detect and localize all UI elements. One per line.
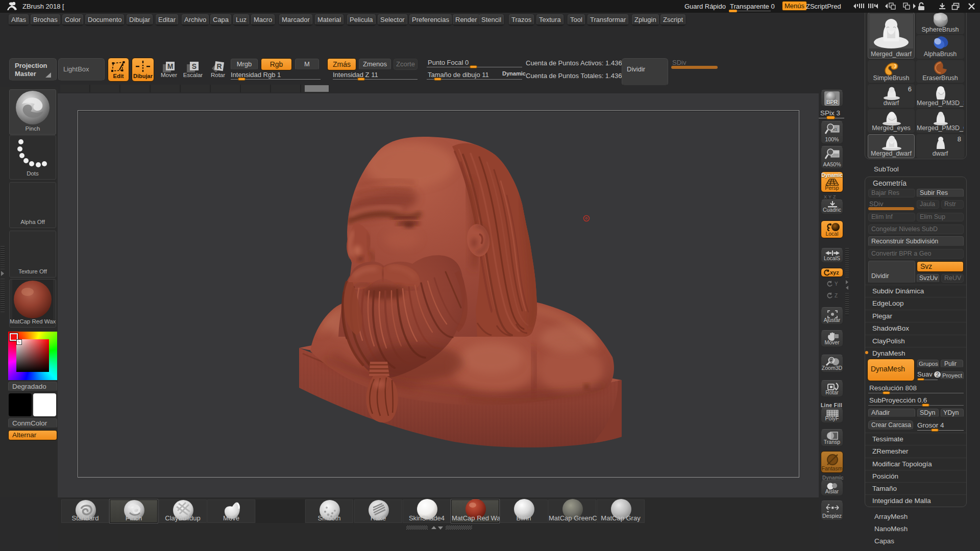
- svg-text:Z: Z: [835, 293, 838, 298]
- svg-text:Y: Y: [835, 281, 838, 287]
- svg-text:S: S: [192, 62, 197, 70]
- svg-text:M: M: [167, 62, 174, 70]
- svg-text:R: R: [216, 62, 222, 70]
